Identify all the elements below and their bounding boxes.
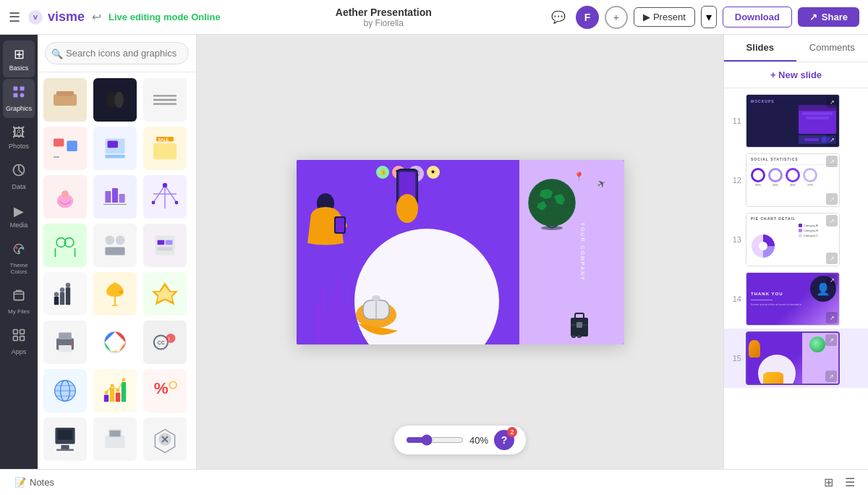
sidebar-item-media[interactable]: ▶ Media [3, 198, 35, 234]
svg-rect-30 [153, 143, 176, 159]
export-bottom-12[interactable]: ↗ [826, 193, 838, 205]
graphic-item[interactable] [143, 224, 187, 267]
graphic-svg: CC ! [150, 328, 179, 357]
graphic-item[interactable] [93, 272, 137, 316]
graphic-svg [51, 182, 80, 211]
notes-icon: 📝 [14, 477, 26, 488]
graphic-item[interactable] [43, 369, 87, 412]
graphic-item[interactable] [43, 418, 87, 461]
apps-icon [12, 328, 26, 346]
slide-thumbnail-12[interactable]: SOCIAL STATISTICS 26% 22% [746, 153, 840, 207]
graphic-item[interactable] [93, 78, 137, 122]
download-button[interactable]: Download [723, 7, 792, 28]
svg-point-49 [116, 235, 125, 245]
svg-rect-11 [14, 330, 18, 334]
search-input[interactable] [45, 42, 189, 64]
svg-text:V: V [33, 14, 38, 21]
graphic-item[interactable] [93, 224, 137, 267]
graphic-item[interactable] [143, 175, 187, 219]
graphic-item[interactable] [143, 272, 187, 316]
slide-row-13[interactable]: 13 PIE CHART DETAIL [724, 210, 868, 269]
slide-thumbnail-13[interactable]: PIE CHART DETAIL [746, 213, 840, 266]
graphic-item[interactable] [43, 224, 87, 267]
zoom-slider[interactable] [406, 434, 464, 446]
graphic-item[interactable] [143, 418, 187, 461]
graphic-item[interactable] [43, 127, 87, 170]
slide-globe-element [525, 176, 579, 233]
present-label: Present [653, 12, 686, 22]
share-icon: ↗ [809, 12, 817, 22]
graphic-item[interactable] [93, 369, 137, 412]
comment-icon-button[interactable]: 💬 [547, 6, 570, 29]
graphic-item[interactable] [143, 78, 187, 122]
graphic-item[interactable] [43, 272, 87, 316]
graphic-item[interactable] [93, 175, 137, 219]
graphic-item[interactable]: SALE [143, 127, 187, 170]
sidebar-item-apps[interactable]: Apps [3, 322, 35, 361]
grid-view-button[interactable]: ⊞ [819, 473, 838, 492]
export-icon-11[interactable]: ↗ [826, 96, 838, 108]
slide-thumbnail-15[interactable]: ↗ ↗ [746, 331, 840, 385]
sidebar-item-my-files[interactable]: My Files [3, 282, 35, 321]
logo-text: visme [48, 9, 85, 25]
graphic-svg [101, 231, 129, 260]
graphic-svg [101, 328, 129, 357]
export-bottom-11[interactable]: ↗ [826, 134, 838, 145]
svg-point-126 [577, 335, 582, 338]
files-svg [12, 288, 26, 302]
new-slide-button[interactable]: + New slide [724, 62, 868, 88]
sidebar-item-photos[interactable]: 🖼 Photos [3, 119, 35, 156]
svg-text:%: % [154, 379, 169, 397]
graphic-svg: SALE [150, 134, 179, 163]
slide-thumbnail-11[interactable]: MOCKUPS ↗ ↗ [746, 94, 840, 148]
add-collaborator-button[interactable]: + [605, 6, 628, 29]
help-button[interactable]: ? 2 [494, 430, 514, 450]
sidebar-item-basics[interactable]: ⊞ Basics [3, 41, 35, 77]
present-button[interactable]: ▶ Present [634, 7, 695, 27]
slide-thumbnail-14[interactable]: THANK YOU Lorem ipsum dolor sit amet con… [746, 272, 840, 326]
bottom-bar: 📝 Notes ⊞ ☰ [0, 469, 868, 495]
svg-point-48 [105, 235, 114, 245]
sidebar-item-data[interactable]: Data [3, 157, 35, 196]
export-icon-13[interactable]: ↗ [826, 215, 838, 227]
slide-row-14[interactable]: 14 THANK YOU Lorem ipsum dolor sit amet … [724, 269, 868, 329]
graphic-svg [101, 85, 129, 114]
graphic-item[interactable] [93, 418, 137, 461]
sidebar-item-theme-colors[interactable]: Theme Colors [3, 236, 35, 281]
slides-tab[interactable]: Slides [724, 35, 796, 62]
menu-icon[interactable]: ☰ [9, 9, 20, 25]
undo-button[interactable]: ↩ [92, 10, 101, 24]
export-bottom-15[interactable]: ↗ [825, 371, 837, 382]
topbar-actions: 💬 F + ▶ Present ▾ Download ↗ Share [547, 6, 859, 29]
comments-tab[interactable]: Comments [796, 35, 869, 62]
list-view-button[interactable]: ☰ [841, 473, 859, 492]
notes-button[interactable]: 📝 Notes [9, 474, 60, 491]
sidebar-item-graphics[interactable]: Graphics [3, 79, 35, 118]
graphic-item[interactable] [43, 78, 87, 122]
export-bottom-14[interactable]: ↗ [826, 312, 838, 323]
graphic-item[interactable] [93, 321, 137, 364]
slide-row-12[interactable]: 12 SOCIAL STATISTICS 26% [724, 151, 868, 210]
svg-rect-83 [110, 388, 114, 402]
share-button[interactable]: ↗ Share [798, 7, 859, 27]
present-options-chevron[interactable]: ▾ [701, 6, 717, 28]
export-icon-14[interactable]: ↗ [826, 274, 838, 286]
graphic-item[interactable] [43, 321, 87, 364]
graphic-item[interactable] [93, 127, 137, 170]
help-icon: ? [501, 434, 508, 446]
user-avatar[interactable]: F [576, 6, 599, 29]
theme-colors-label: Theme Colors [6, 262, 32, 275]
graphic-item[interactable]: % [143, 369, 187, 412]
export-icon-12[interactable]: ↗ [826, 156, 838, 167]
export-icon-15[interactable]: ↗ [825, 334, 837, 346]
slide-row-11[interactable]: 11 MOCKUPS [724, 91, 868, 151]
graphic-item[interactable]: CC ! [143, 321, 187, 364]
export-bottom-13[interactable]: ↗ [826, 253, 838, 264]
slide-canvas[interactable]: YOUR COMPANY 👍 ❤ 💬 ★ [297, 160, 624, 344]
graphic-item[interactable] [43, 175, 87, 219]
my-files-label: My Files [8, 308, 30, 315]
data-label: Data [12, 183, 25, 190]
slide-row-15[interactable]: 15 ↗ [724, 329, 868, 388]
graphic-svg [101, 182, 129, 211]
svg-rect-53 [166, 240, 173, 245]
